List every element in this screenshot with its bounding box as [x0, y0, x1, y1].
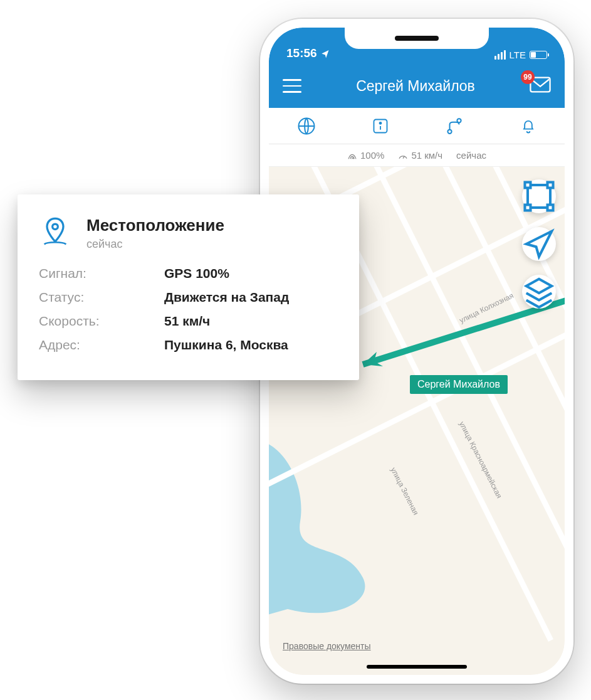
bell-icon	[520, 117, 537, 135]
signal-icon	[494, 50, 506, 60]
stats-bar: 100% 51 км/ч сейчас	[269, 144, 565, 167]
info-icon	[372, 117, 389, 135]
svg-rect-15	[548, 183, 553, 188]
legal-link[interactable]: Правовые документы	[283, 641, 371, 651]
location-arrow-icon	[321, 49, 330, 58]
messages-button[interactable]: 99	[530, 75, 551, 97]
map-zone-button[interactable]	[522, 179, 556, 213]
route-icon	[445, 117, 464, 135]
navigation-icon	[522, 227, 556, 261]
svg-rect-14	[525, 183, 531, 188]
phone-notch	[345, 28, 489, 49]
card-row-signal: Сигнал: GPS 100%	[39, 266, 338, 281]
home-indicator[interactable]	[367, 665, 467, 669]
svg-point-18	[53, 224, 58, 230]
card-row-speed: Скорость: 51 км/ч	[39, 314, 338, 329]
menu-button[interactable]	[283, 79, 301, 93]
location-card: Местоположение сейчас Сигнал: GPS 100% С…	[18, 194, 359, 380]
card-subtitle: сейчас	[86, 238, 224, 251]
svg-rect-17	[548, 205, 553, 211]
svg-point-4	[447, 129, 451, 133]
tab-map[interactable]	[297, 117, 316, 135]
tab-info[interactable]	[372, 117, 389, 135]
signal-small-icon	[347, 151, 357, 160]
status-time: 15:56	[286, 46, 317, 60]
map-layers-button[interactable]	[522, 275, 556, 309]
notification-badge: 99	[521, 70, 535, 84]
network-label: LTE	[510, 50, 526, 60]
card-row-status: Статус: Движется на Запад	[39, 290, 338, 305]
tab-route[interactable]	[445, 117, 464, 135]
layers-icon	[522, 275, 556, 309]
stat-speed: 51 км/ч	[398, 150, 442, 161]
selection-icon	[522, 179, 556, 213]
stat-time: сейчас	[456, 150, 486, 161]
battery-icon	[530, 51, 547, 59]
globe-icon	[297, 117, 316, 135]
header-title: Сергей Михайлов	[356, 78, 475, 95]
svg-rect-16	[525, 205, 531, 211]
map-marker-label[interactable]: Сергей Михайлов	[410, 375, 508, 394]
gauge-icon	[398, 151, 408, 160]
card-row-address: Адрес: Пушкина 6, Москва	[39, 337, 338, 353]
tab-bar	[269, 108, 565, 144]
pin-icon	[39, 216, 71, 251]
map-locate-button[interactable]	[522, 227, 556, 261]
app-header: Сергей Михайлов 99	[269, 64, 565, 108]
stat-signal: 100%	[347, 150, 384, 161]
tab-alerts[interactable]	[520, 117, 537, 135]
card-title: Местоположение	[86, 216, 224, 235]
svg-point-3	[379, 122, 381, 124]
